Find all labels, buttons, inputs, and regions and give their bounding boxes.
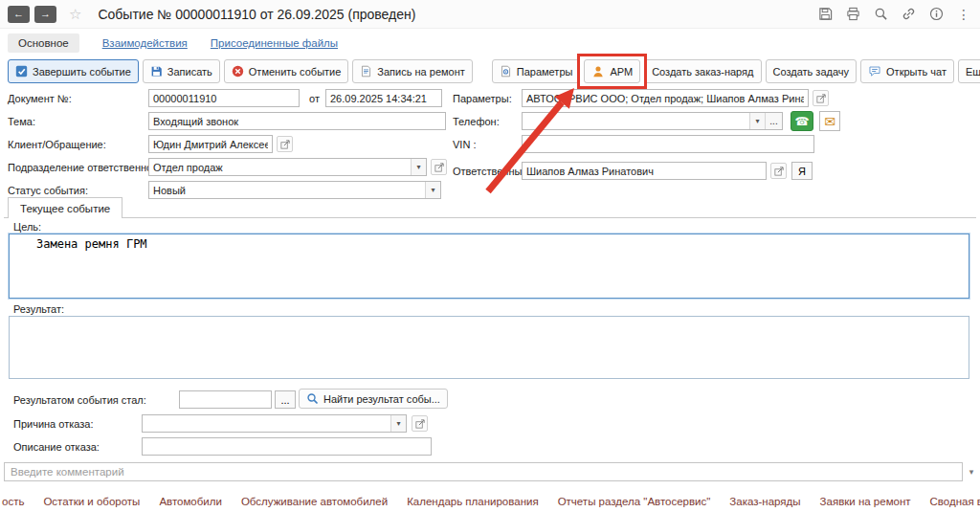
refusal-description-input[interactable]	[143, 438, 431, 455]
document-number-label: Документ №:	[8, 93, 72, 104]
refusal-reason-dropdown-button[interactable]: ▾	[390, 415, 406, 432]
document-date-field	[325, 89, 442, 107]
chevron-down-icon: ▾	[396, 419, 400, 428]
create-work-order-button[interactable]: Создать заказ-наряд	[644, 59, 761, 83]
phone-input[interactable]	[523, 113, 749, 129]
ellipsis-label: ...	[280, 394, 289, 406]
phone-select-button[interactable]: ...	[765, 113, 782, 129]
get-link-button[interactable]	[900, 6, 917, 23]
parameters-label: Параметры	[517, 66, 573, 78]
favorite-star-icon[interactable]: ☆	[69, 6, 81, 23]
form-nav: Основное Взаимодействия Присоединенные ф…	[8, 32, 338, 55]
arm-label: АРМ	[610, 66, 633, 78]
responsible-label: Ответственный:	[453, 166, 531, 177]
result-textarea[interactable]	[9, 316, 969, 379]
back-icon: ←	[13, 9, 24, 19]
parameters-field-label: Параметры:	[453, 93, 512, 104]
more-menu-button[interactable]: ⋮	[955, 6, 972, 23]
responsible-input[interactable]	[523, 163, 766, 179]
department-field: ▾	[148, 158, 427, 176]
cancel-event-label: Отменить событие	[249, 66, 342, 78]
vin-label: VIN :	[453, 139, 476, 150]
footer-link[interactable]: Остатки и обороты	[43, 496, 140, 507]
refusal-reason-open-button[interactable]	[412, 415, 428, 432]
save-button[interactable]: Записать	[143, 59, 220, 83]
result-label: Результат:	[13, 303, 64, 315]
footer-link[interactable]: Заказ-наряды	[729, 496, 800, 507]
result-outcome-label: Результатом события стал:	[13, 394, 146, 406]
refusal-reason-input[interactable]	[143, 415, 390, 432]
responsible-open-button[interactable]	[770, 163, 787, 179]
me-button-label: Я	[798, 166, 806, 177]
find-result-label: Найти результат собы...	[323, 393, 440, 405]
save-settings-button[interactable]	[816, 6, 834, 23]
client-input[interactable]	[149, 136, 272, 152]
printer-icon	[846, 7, 860, 21]
info-button[interactable]	[927, 6, 945, 23]
repair-record-label: Запись на ремонт	[377, 66, 464, 78]
department-open-button[interactable]	[431, 159, 447, 175]
footer-link[interactable]: Заявки на ремонт	[820, 496, 911, 507]
cancel-event-button[interactable]: Отменить событие	[224, 59, 349, 83]
create-task-button[interactable]: Создать задачу	[766, 59, 858, 83]
result-outcome-select-button[interactable]: ...	[275, 390, 296, 409]
tab-main[interactable]: Основное	[8, 33, 79, 53]
chevron-down-icon: ▾	[755, 117, 759, 125]
department-input[interactable]	[149, 159, 411, 175]
repair-record-button[interactable]: Запись на ремонт	[352, 59, 472, 83]
phone-dropdown-button[interactable]: ▾	[749, 113, 765, 129]
open-link-icon	[414, 418, 426, 430]
goal-textarea[interactable]: Замена ремня ГРМ	[9, 234, 969, 299]
arm-button[interactable]: АРМ	[584, 59, 640, 83]
send-email-button[interactable]: ✉	[819, 111, 840, 131]
footer-link[interactable]: Автомобили	[159, 496, 222, 507]
client-label: Клиент/Обращение:	[8, 139, 106, 150]
document-number-input[interactable]	[149, 90, 299, 106]
theme-field	[148, 112, 446, 130]
result-outcome-input[interactable]	[180, 391, 271, 408]
back-button[interactable]: ←	[8, 6, 30, 23]
tab-current-event-label: Текущее событие	[20, 203, 110, 214]
open-link-icon	[773, 166, 785, 177]
search-icon	[306, 392, 319, 405]
arm-person-icon	[591, 65, 605, 78]
open-link-icon	[815, 93, 827, 104]
refusal-description-field	[142, 437, 432, 456]
status-dropdown-button[interactable]: ▾	[425, 182, 440, 198]
open-chat-button[interactable]: Открыть чат	[860, 59, 954, 83]
more-button[interactable]: Еще ▾	[958, 59, 980, 83]
theme-input[interactable]	[149, 113, 445, 129]
chat-icon	[868, 65, 881, 78]
footer-link[interactable]: Сводная ведомость (Вариант:	[930, 496, 980, 507]
department-dropdown-button[interactable]: ▾	[411, 159, 426, 175]
client-open-button[interactable]	[277, 136, 293, 152]
create-task-label: Создать задачу	[773, 66, 850, 78]
comment-expand-button[interactable]: ▾	[965, 463, 978, 480]
find-result-button[interactable]: Найти результат собы...	[299, 389, 448, 409]
print-button[interactable]	[844, 6, 861, 23]
footer-link[interactable]: Обслуживание автомобилей	[241, 496, 388, 507]
finish-event-button[interactable]: Завершить событие	[8, 59, 139, 83]
me-button[interactable]: Я	[791, 162, 813, 180]
parameters-value-input[interactable]	[523, 90, 808, 106]
tab-attached-files[interactable]: Присоединенные файлы	[211, 37, 338, 49]
tab-interactions[interactable]: Взаимодействия	[102, 37, 188, 49]
comment-input[interactable]	[4, 462, 963, 481]
document-date-input[interactable]	[326, 90, 441, 106]
chevron-down-icon: ▾	[431, 186, 434, 194]
phone-label: Телефон:	[453, 116, 500, 127]
preview-button[interactable]	[872, 6, 889, 23]
window-header: ← → ☆ Событие № 00000011910 от 26.09.202…	[0, 0, 980, 29]
status-input[interactable]	[149, 182, 425, 198]
forward-button[interactable]: →	[34, 6, 56, 23]
call-button[interactable]: ☎	[791, 111, 813, 131]
parameters-button[interactable]: Параметры	[492, 59, 581, 83]
phone-field: ▾ ...	[522, 112, 783, 130]
footer-link[interactable]: Календарь планирования	[407, 496, 539, 507]
client-field	[148, 135, 273, 153]
footer-link[interactable]: Отчеты раздела "Автосервис"	[558, 496, 711, 507]
parameters-open-button[interactable]	[813, 90, 829, 106]
tab-current-event[interactable]: Текущее событие	[8, 197, 122, 218]
vin-input[interactable]	[523, 136, 813, 152]
footer-link[interactable]: ость	[2, 496, 24, 507]
